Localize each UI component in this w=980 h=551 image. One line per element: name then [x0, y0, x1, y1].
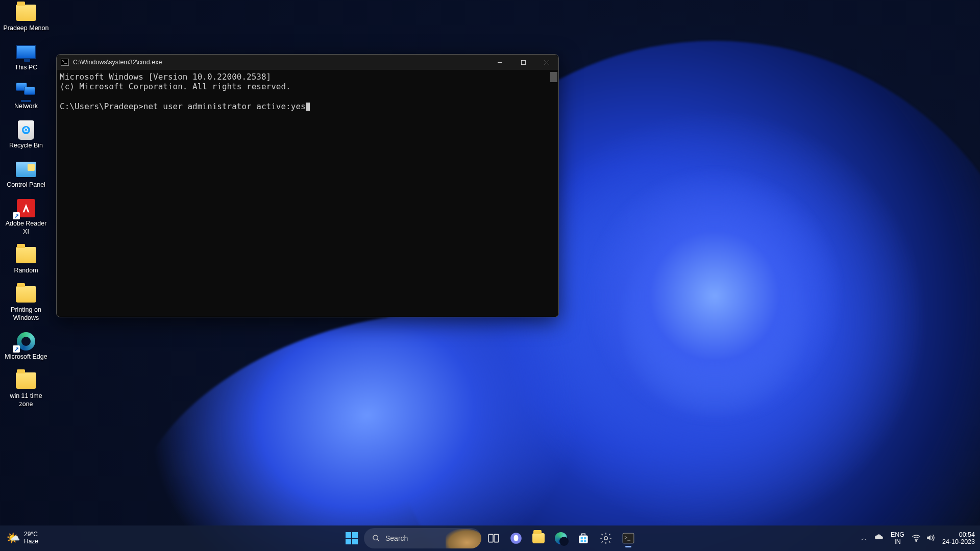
windows-logo-icon [346, 532, 358, 544]
folder-icon [16, 247, 36, 263]
edge-icon [555, 532, 567, 544]
cmd-scrollbar-thumb[interactable] [550, 72, 557, 82]
svg-point-14 [604, 537, 608, 540]
cmd-typed-command: net user administrator active:yes [143, 102, 306, 111]
desktop-icon-recycle-bin[interactable]: Recycle Bin [3, 120, 50, 150]
svg-point-17 [916, 540, 917, 541]
taskbar-cmd[interactable]: >_ [618, 528, 639, 548]
taskbar-clock[interactable]: 00:54 24-10-2023 [942, 531, 975, 546]
monitor-icon [16, 45, 36, 59]
control-panel-icon [16, 162, 36, 177]
desktop-icon-label: Random [14, 267, 38, 275]
gear-icon [599, 532, 612, 545]
desktop-icon-label: Network [14, 103, 38, 111]
taskbar-weather-widget[interactable]: 🌤️ 29°C Haze [6, 531, 38, 545]
taskbar-chat[interactable] [506, 528, 526, 548]
desktop-icon-printing-on-windows[interactable]: Printing on Windows [3, 284, 50, 322]
svg-rect-6 [488, 534, 493, 542]
desktop-icon-label: Microsoft Edge [5, 353, 47, 361]
clock-time: 00:54 [942, 531, 975, 538]
desktop-icon-label: This PC [15, 64, 37, 72]
maximize-button[interactable] [511, 55, 535, 70]
svg-rect-12 [581, 540, 583, 542]
cmd-terminal-body[interactable]: Microsoft Windows [Version 10.0.22000.25… [57, 70, 558, 317]
folder-icon [16, 372, 36, 389]
shortcut-overlay-icon: ↗ [13, 212, 20, 219]
taskbar-edge[interactable] [551, 528, 571, 548]
svg-rect-9 [579, 536, 587, 543]
desktop-icons-column: Pradeep Menon This PC Network Recycle Bi… [3, 3, 50, 408]
cmd-output-line: (c) Microsoft Corporation. All rights re… [60, 82, 291, 91]
desktop-icon-win11-time-zone[interactable]: win 11 time zone [3, 370, 50, 408]
desktop-icon-random[interactable]: Random [3, 245, 50, 275]
folder-icon [16, 5, 36, 21]
language-indicator[interactable]: ENG IN [891, 531, 904, 546]
search-artwork [446, 529, 481, 548]
cmd-app-icon [61, 59, 69, 66]
desktop-icon-label: Control Panel [7, 181, 45, 189]
language-top: ENG [891, 531, 904, 538]
shortcut-overlay-icon: ↗ [13, 345, 20, 353]
volume-icon[interactable] [926, 534, 935, 543]
taskbar: 🌤️ 29°C Haze Search [0, 525, 980, 551]
weather-condition: Haze [24, 538, 38, 545]
cmd-titlebar[interactable]: C:\Windows\system32\cmd.exe [57, 55, 558, 70]
cmd-window[interactable]: C:\Windows\system32\cmd.exe Microsoft Wi… [56, 54, 559, 317]
cmd-icon: >_ [622, 532, 635, 545]
chat-icon [509, 532, 523, 545]
svg-rect-7 [494, 534, 499, 542]
network-icon [16, 83, 36, 99]
desktop-icon-label: win 11 time zone [3, 392, 50, 408]
store-icon [577, 532, 590, 545]
weather-icon: 🌤️ [6, 532, 20, 545]
start-button[interactable] [341, 528, 362, 548]
desktop-icon-label: Printing on Windows [3, 306, 50, 322]
cmd-title-text: C:\Windows\system32\cmd.exe [73, 59, 162, 66]
close-button[interactable] [535, 55, 558, 70]
systray-overflow-button[interactable]: ︿ [861, 534, 867, 543]
desktop-icon-label: Recycle Bin [9, 142, 43, 150]
taskbar-settings[interactable] [596, 528, 616, 548]
clock-date: 24-10-2023 [942, 538, 975, 545]
svg-rect-13 [584, 540, 586, 542]
desktop-icon-label: Pradeep Menon [4, 24, 49, 33]
recycle-bin-icon [18, 120, 34, 140]
cmd-cursor [306, 103, 310, 111]
svg-line-5 [377, 539, 379, 541]
desktop-icon-microsoft-edge[interactable]: ↗ Microsoft Edge [3, 331, 50, 361]
cmd-output-line: Microsoft Windows [Version 10.0.22000.25… [60, 72, 271, 82]
desktop-icon-network[interactable]: Network [3, 81, 50, 111]
desktop-icon-pradeep-menon[interactable]: Pradeep Menon [3, 3, 50, 33]
cmd-prompt: C:\Users\Pradeep> [60, 102, 143, 111]
file-explorer-icon [532, 533, 545, 543]
desktop-icon-this-pc[interactable]: This PC [3, 42, 50, 72]
folder-icon [16, 286, 36, 303]
language-bottom: IN [891, 538, 904, 545]
taskbar-microsoft-store[interactable] [573, 528, 594, 548]
task-view-icon [487, 532, 500, 545]
search-icon [372, 534, 380, 542]
taskbar-task-view[interactable] [483, 528, 504, 548]
weather-temp: 29°C [24, 531, 38, 538]
svg-point-4 [373, 535, 378, 540]
desktop-icon-adobe-reader[interactable]: ↗ Adobe Reader XI [3, 198, 50, 236]
minimize-button[interactable] [488, 55, 511, 70]
taskbar-center: Search >_ [341, 528, 639, 548]
svg-rect-10 [581, 537, 583, 539]
desktop-icon-label: Adobe Reader XI [3, 220, 50, 236]
onedrive-icon[interactable] [874, 534, 884, 543]
taskbar-systray: ︿ ENG IN 00:54 24-10-2023 [861, 531, 975, 546]
svg-text:>_: >_ [624, 535, 630, 541]
svg-rect-11 [584, 537, 586, 539]
taskbar-search[interactable]: Search [364, 528, 481, 548]
taskbar-file-explorer[interactable] [528, 528, 549, 548]
search-placeholder: Search [385, 534, 408, 542]
desktop-icon-control-panel[interactable]: Control Panel [3, 159, 50, 189]
svg-rect-1 [521, 60, 525, 64]
wifi-icon[interactable] [912, 534, 921, 543]
